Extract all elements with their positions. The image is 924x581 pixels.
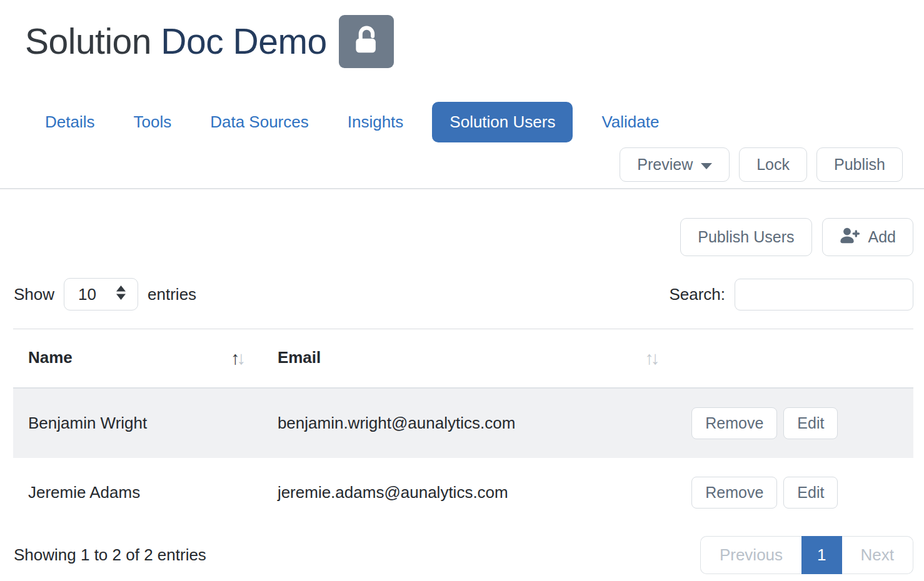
column-header-actions (676, 329, 913, 389)
preview-button-label: Preview (637, 156, 693, 174)
entries-label: entries (148, 285, 196, 304)
toolbar: Preview Lock Publish (13, 147, 903, 182)
table-controls: Show 10 entries Search: (13, 278, 913, 310)
tab-tools[interactable]: Tools (123, 102, 181, 142)
pagination: Previous 1 Next (700, 536, 913, 574)
column-header-name-label: Name (28, 348, 73, 367)
user-actions-row: Publish Users Add (13, 218, 913, 256)
table-header-row: Name ↑↓ Email ↑↓ (13, 329, 913, 389)
page-header: Solution Doc Demo (25, 14, 913, 69)
column-header-email[interactable]: Email ↑↓ (263, 329, 676, 389)
table-footer: Showing 1 to 2 of 2 entries Previous 1 N… (13, 536, 913, 574)
users-table: Name ↑↓ Email ↑↓ Benjamin Wright benjami… (13, 329, 913, 527)
user-email-cell: benjamin.wright@aunalytics.com (263, 388, 676, 458)
publish-button[interactable]: Publish (816, 147, 903, 182)
page-title-primary: Solution (25, 21, 151, 61)
pagination-next[interactable]: Next (842, 536, 913, 574)
lock-button-label: Lock (756, 156, 790, 174)
tab-solution-users[interactable]: Solution Users (432, 102, 573, 142)
entries-summary: Showing 1 to 2 of 2 entries (14, 545, 206, 565)
tab-data-sources[interactable]: Data Sources (200, 102, 319, 142)
preview-button[interactable]: Preview (620, 147, 730, 182)
user-name-cell: Benjamin Wright (13, 388, 263, 458)
column-header-name[interactable]: Name ↑↓ (13, 329, 263, 389)
column-header-email-label: Email (278, 348, 321, 367)
add-user-button-label: Add (868, 228, 896, 246)
sort-ascending-icon: ↑↓ (231, 348, 248, 369)
tab-insights[interactable]: Insights (338, 102, 414, 142)
lock-button[interactable]: Lock (739, 147, 807, 182)
page-title-secondary (151, 21, 161, 61)
page-title: Solution Doc Demo (25, 21, 327, 62)
show-label: Show (14, 285, 54, 304)
caret-down-icon (701, 163, 712, 169)
publish-users-button[interactable]: Publish Users (680, 218, 811, 256)
section-divider (0, 188, 924, 189)
table-row: Jeremie Adams jeremie.adams@aunalytics.c… (13, 458, 913, 527)
tab-details[interactable]: Details (35, 102, 104, 142)
publish-users-button-label: Publish Users (698, 228, 794, 246)
sort-unsorted-icon: ↑↓ (645, 348, 661, 369)
search-input[interactable] (735, 279, 913, 310)
pagination-page-1[interactable]: 1 (801, 536, 841, 574)
unlock-icon (349, 23, 383, 59)
page-title-secondary-text: Doc Demo (161, 21, 326, 61)
add-user-button[interactable]: Add (822, 218, 913, 256)
unlock-status-badge (339, 15, 394, 68)
entries-select-value: 10 (78, 285, 96, 304)
user-email-cell: jeremie.adams@aunalytics.com (263, 458, 676, 527)
main-content: Publish Users Add Show 10 (0, 218, 924, 574)
table-row: Benjamin Wright benjamin.wright@aunalyti… (13, 388, 913, 458)
up-down-arrows-icon (116, 285, 126, 304)
publish-button-label: Publish (834, 156, 885, 174)
edit-user-button[interactable]: Edit (783, 407, 838, 439)
tab-bar: Details Tools Data Sources Insights Solu… (35, 102, 913, 142)
user-name-cell: Jeremie Adams (13, 458, 263, 527)
remove-user-button[interactable]: Remove (691, 407, 777, 439)
tab-validate[interactable]: Validate (591, 102, 669, 142)
search-label: Search: (669, 285, 725, 304)
remove-user-button[interactable]: Remove (691, 477, 777, 509)
pagination-previous[interactable]: Previous (700, 536, 801, 574)
page: Solution Doc Demo Details Tools Data Sou… (0, 0, 924, 182)
row-actions: Remove Edit (691, 477, 898, 509)
page-length-control: Show 10 entries (14, 278, 196, 310)
search-control: Search: (669, 279, 913, 310)
person-plus-icon (840, 227, 861, 248)
edit-user-button[interactable]: Edit (783, 477, 838, 509)
entries-select[interactable]: 10 (64, 278, 138, 310)
row-actions: Remove Edit (691, 407, 898, 439)
